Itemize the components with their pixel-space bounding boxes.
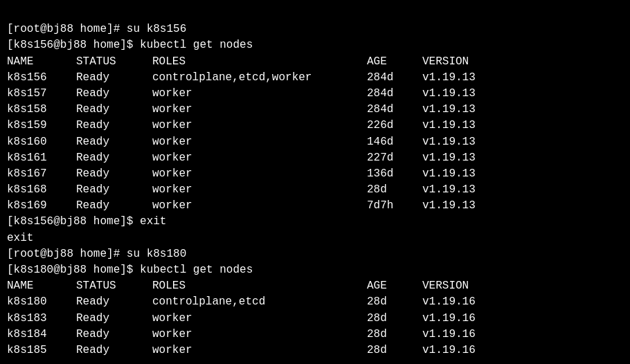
node-age: 28d <box>367 311 422 327</box>
terminal-line: k8s180Readycontrolplane,etcd28dv1.19.16 <box>7 294 623 310</box>
node-version: v1.19.13 <box>422 118 476 134</box>
terminal-line: k8s158Readyworker284dv1.19.13 <box>7 102 623 118</box>
node-version: v1.19.16 <box>422 294 476 310</box>
node-status: Ready <box>76 198 152 214</box>
node-age: 146d <box>367 134 422 150</box>
terminal-line: k8s185Readyworker28dv1.19.16 <box>7 343 623 358</box>
node-roles: worker <box>152 327 367 343</box>
node-age: 28d <box>367 294 422 310</box>
node-age: 284d <box>367 102 422 118</box>
node-name: k8s156 <box>7 70 76 86</box>
terminal-line: NAMESTATUSROLESAGEVERSION <box>7 54 623 70</box>
terminal-line: k8s167Readyworker136dv1.19.13 <box>7 166 623 182</box>
node-version: v1.19.16 <box>422 343 476 358</box>
node-age: 227d <box>367 150 422 166</box>
terminal-line: k8s157Readyworker284dv1.19.13 <box>7 86 623 102</box>
node-status: Ready <box>76 294 152 310</box>
node-version: v1.19.16 <box>422 327 476 343</box>
node-roles: worker <box>152 86 367 102</box>
terminal-line: k8s183Readyworker28dv1.19.16 <box>7 311 623 327</box>
terminal-line: k8s160Readyworker146dv1.19.13 <box>7 134 623 150</box>
col-header-name: NAME <box>7 54 76 70</box>
node-version: v1.19.13 <box>422 182 476 198</box>
terminal: [root@bj88 home]# su k8s156[k8s156@bj88 … <box>7 6 623 358</box>
node-roles: worker <box>152 343 367 358</box>
node-age: 136d <box>367 166 422 182</box>
node-age: 284d <box>367 70 422 86</box>
node-status: Ready <box>76 327 152 343</box>
node-version: v1.19.13 <box>422 150 476 166</box>
node-status: Ready <box>76 70 152 86</box>
terminal-line: k8s169Readyworker7d7hv1.19.13 <box>7 198 623 214</box>
node-name: k8s158 <box>7 102 76 118</box>
node-name: k8s184 <box>7 327 76 343</box>
node-name: k8s160 <box>7 134 76 150</box>
terminal-line: k8s168Readyworker28dv1.19.13 <box>7 182 623 198</box>
node-status: Ready <box>76 182 152 198</box>
node-version: v1.19.13 <box>422 166 476 182</box>
node-age: 28d <box>367 327 422 343</box>
node-status: Ready <box>76 166 152 182</box>
node-roles: controlplane,etcd,worker <box>152 70 367 86</box>
node-status: Ready <box>76 343 152 358</box>
terminal-line: [root@bj88 home]# su k8s180 <box>7 246 623 262</box>
col-header-status: STATUS <box>76 278 152 294</box>
col-header-version: VERSION <box>422 278 469 294</box>
node-name: k8s167 <box>7 166 76 182</box>
col-header-roles: ROLES <box>152 54 367 70</box>
node-version: v1.19.13 <box>422 134 476 150</box>
terminal-line: k8s156Readycontrolplane,etcd,worker284dv… <box>7 70 623 86</box>
node-roles: worker <box>152 150 367 166</box>
node-version: v1.19.13 <box>422 198 476 214</box>
node-name: k8s161 <box>7 150 76 166</box>
terminal-line: [root@bj88 home]# su k8s156 <box>7 21 623 37</box>
node-age: 7d7h <box>367 198 422 214</box>
col-header-name: NAME <box>7 278 76 294</box>
node-status: Ready <box>76 102 152 118</box>
terminal-line: exit <box>7 230 623 246</box>
col-header-age: AGE <box>367 278 422 294</box>
node-age: 28d <box>367 182 422 198</box>
terminal-line: NAMESTATUSROLESAGEVERSION <box>7 278 623 294</box>
terminal-line: k8s184Readyworker28dv1.19.16 <box>7 327 623 343</box>
terminal-line: k8s161Readyworker227dv1.19.13 <box>7 150 623 166</box>
node-roles: controlplane,etcd <box>152 294 367 310</box>
node-status: Ready <box>76 86 152 102</box>
node-roles: worker <box>152 182 367 198</box>
node-name: k8s185 <box>7 343 76 358</box>
node-age: 284d <box>367 86 422 102</box>
node-name: k8s169 <box>7 198 76 214</box>
col-header-age: AGE <box>367 54 422 70</box>
node-name: k8s159 <box>7 118 76 134</box>
node-status: Ready <box>76 118 152 134</box>
node-version: v1.19.13 <box>422 86 476 102</box>
col-header-status: STATUS <box>76 54 152 70</box>
node-name: k8s183 <box>7 311 76 327</box>
col-header-roles: ROLES <box>152 278 367 294</box>
node-version: v1.19.13 <box>422 102 476 118</box>
node-status: Ready <box>76 150 152 166</box>
node-name: k8s180 <box>7 294 76 310</box>
terminal-line: k8s159Readyworker226dv1.19.13 <box>7 118 623 134</box>
node-version: v1.19.13 <box>422 70 476 86</box>
node-age: 28d <box>367 343 422 358</box>
node-roles: worker <box>152 166 367 182</box>
node-name: k8s157 <box>7 86 76 102</box>
node-status: Ready <box>76 311 152 327</box>
node-name: k8s168 <box>7 182 76 198</box>
node-roles: worker <box>152 118 367 134</box>
col-header-version: VERSION <box>422 54 469 70</box>
node-roles: worker <box>152 311 367 327</box>
node-roles: worker <box>152 134 367 150</box>
terminal-line: [k8s156@bj88 home]$ kubectl get nodes <box>7 37 623 53</box>
node-status: Ready <box>76 134 152 150</box>
node-roles: worker <box>152 198 367 214</box>
node-roles: worker <box>152 102 367 118</box>
terminal-line: [k8s156@bj88 home]$ exit <box>7 214 623 230</box>
node-age: 226d <box>367 118 422 134</box>
node-version: v1.19.16 <box>422 311 476 327</box>
terminal-line: [k8s180@bj88 home]$ kubectl get nodes <box>7 262 623 278</box>
